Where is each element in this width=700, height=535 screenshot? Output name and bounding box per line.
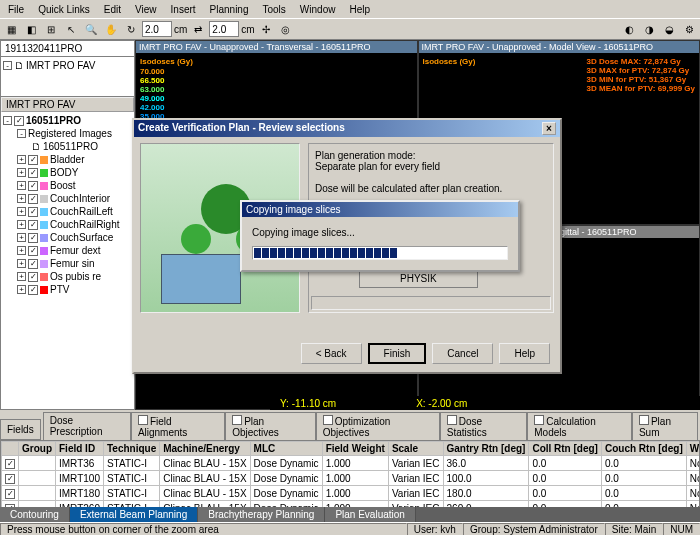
expand-icon[interactable]: - bbox=[17, 129, 26, 138]
structure-node[interactable]: PTV bbox=[50, 284, 69, 295]
menu-tools[interactable]: Tools bbox=[256, 2, 291, 17]
tool-a-icon[interactable]: ◐ bbox=[620, 20, 638, 38]
col-header[interactable]: Scale bbox=[388, 442, 443, 456]
table-row[interactable]: ✓IMRT180STATIC-IClinac BLAU - 15XDose Dy… bbox=[2, 486, 701, 501]
visibility-checkbox[interactable]: ✓ bbox=[28, 194, 38, 204]
structure-node[interactable]: CouchRailLeft bbox=[50, 206, 113, 217]
tool-c-icon[interactable]: ◒ bbox=[660, 20, 678, 38]
zoom-icon[interactable]: 🔍 bbox=[82, 20, 100, 38]
workspace-tab[interactable]: Brachytherapy Planning bbox=[198, 507, 325, 522]
expand-icon[interactable]: - bbox=[3, 116, 12, 125]
table-row[interactable]: ✓IMRT36STATIC-IClinac BLAU - 15XDose Dyn… bbox=[2, 456, 701, 471]
col-header[interactable]: MLC bbox=[250, 442, 322, 456]
col-header[interactable]: Field Weight bbox=[322, 442, 388, 456]
tool-icon-2[interactable]: ◧ bbox=[22, 20, 40, 38]
visibility-checkbox[interactable]: ✓ bbox=[28, 285, 38, 295]
image-node[interactable]: 160511PRO bbox=[43, 141, 98, 152]
fields-tab[interactable]: Dose Prescription bbox=[43, 412, 131, 440]
fields-tab[interactable]: Plan Sum bbox=[632, 412, 698, 440]
plan-node[interactable]: IMRT PRO FAV bbox=[26, 60, 95, 71]
back-button[interactable]: < Back bbox=[301, 343, 362, 364]
structure-node[interactable]: BODY bbox=[50, 167, 78, 178]
visibility-checkbox[interactable]: ✓ bbox=[28, 233, 38, 243]
workspace-tab[interactable]: Contouring bbox=[0, 507, 70, 522]
row-checkbox[interactable]: ✓ bbox=[5, 474, 15, 484]
crosshair-icon[interactable]: ✢ bbox=[257, 20, 275, 38]
menu-planning[interactable]: Planning bbox=[204, 2, 255, 17]
visibility-checkbox[interactable]: ✓ bbox=[28, 246, 38, 256]
visibility-checkbox[interactable]: ✓ bbox=[28, 207, 38, 217]
table-row[interactable]: ✓IMRT100STATIC-IClinac BLAU - 15XDose Dy… bbox=[2, 471, 701, 486]
expand-icon[interactable]: + bbox=[17, 246, 26, 255]
visibility-checkbox[interactable]: ✓ bbox=[28, 220, 38, 230]
expand-icon[interactable]: + bbox=[17, 181, 26, 190]
registered-images-node[interactable]: Registered Images bbox=[28, 128, 112, 139]
workspace-tab[interactable]: Plan Evaluation bbox=[325, 507, 416, 522]
menu-window[interactable]: Window bbox=[294, 2, 342, 17]
h-scrollbar[interactable] bbox=[311, 296, 551, 310]
expand-icon[interactable]: + bbox=[17, 285, 26, 294]
col-header[interactable]: Coll Rtn [deg] bbox=[529, 442, 602, 456]
visibility-checkbox[interactable]: ✓ bbox=[28, 155, 38, 165]
pointer-icon[interactable]: ↖ bbox=[62, 20, 80, 38]
tool-icon-3[interactable]: ⊞ bbox=[42, 20, 60, 38]
visibility-checkbox[interactable]: ✓ bbox=[28, 259, 38, 269]
structure-node[interactable]: Femur dext bbox=[50, 245, 101, 256]
fields-tab[interactable]: Calculation Models bbox=[527, 412, 632, 440]
fields-tab[interactable]: Optimization Objectives bbox=[316, 412, 440, 440]
expand-icon[interactable]: + bbox=[17, 259, 26, 268]
menu-insert[interactable]: Insert bbox=[165, 2, 202, 17]
spacing-x-input[interactable] bbox=[142, 21, 172, 37]
col-header[interactable]: Group bbox=[19, 442, 56, 456]
tool-icon-1[interactable]: ▦ bbox=[2, 20, 20, 38]
spacing-y-input[interactable] bbox=[209, 21, 239, 37]
expand-icon[interactable]: + bbox=[17, 272, 26, 281]
visibility-checkbox[interactable]: ✓ bbox=[28, 168, 38, 178]
col-header[interactable]: Couch Rtn [deg] bbox=[601, 442, 686, 456]
visibility-checkbox[interactable]: ✓ bbox=[28, 272, 38, 282]
gear-icon[interactable]: ⚙ bbox=[680, 20, 698, 38]
fields-tab[interactable]: Field Alignments bbox=[131, 412, 225, 440]
col-header[interactable]: Machine/Energy bbox=[160, 442, 250, 456]
menu-edit[interactable]: Edit bbox=[98, 2, 127, 17]
structure-node[interactable]: CouchRailRight bbox=[50, 219, 119, 230]
row-checkbox[interactable]: ✓ bbox=[5, 459, 15, 469]
structure-tree[interactable]: -✓160511PRO -Registered Images 🗋160511PR… bbox=[1, 112, 134, 409]
pan-icon[interactable]: ✋ bbox=[102, 20, 120, 38]
upper-tree[interactable]: -🗋IMRT PRO FAV bbox=[1, 57, 134, 97]
menu-view[interactable]: View bbox=[129, 2, 163, 17]
workspace-tab[interactable]: External Beam Planning bbox=[70, 507, 198, 522]
expand-icon[interactable]: + bbox=[17, 194, 26, 203]
help-button[interactable]: Help bbox=[499, 343, 550, 364]
menu-file[interactable]: File bbox=[2, 2, 30, 17]
expand-icon[interactable]: + bbox=[17, 233, 26, 242]
visibility-checkbox[interactable]: ✓ bbox=[14, 116, 24, 126]
expand-icon[interactable]: + bbox=[17, 207, 26, 216]
patient-tab[interactable]: 1911320411PRO bbox=[1, 41, 134, 57]
structure-node[interactable]: Femur sin bbox=[50, 258, 94, 269]
patient-node[interactable]: 160511PRO bbox=[26, 115, 81, 126]
menu-help[interactable]: Help bbox=[343, 2, 376, 17]
cancel-button[interactable]: Cancel bbox=[432, 343, 493, 364]
structure-node[interactable]: Boost bbox=[50, 180, 76, 191]
expand-icon[interactable]: + bbox=[17, 220, 26, 229]
menu-quick-links[interactable]: Quick Links bbox=[32, 2, 96, 17]
rotate-icon[interactable]: ↻ bbox=[122, 20, 140, 38]
col-header[interactable]: Wedge bbox=[686, 442, 700, 456]
structure-node[interactable]: CouchSurface bbox=[50, 232, 113, 243]
structure-node[interactable]: Bladder bbox=[50, 154, 84, 165]
finish-button[interactable]: Finish bbox=[368, 343, 427, 364]
row-checkbox[interactable]: ✓ bbox=[5, 489, 15, 499]
target-icon[interactable]: ◎ bbox=[277, 20, 295, 38]
structure-node[interactable]: CouchInterior bbox=[50, 193, 110, 204]
expand-icon[interactable]: + bbox=[17, 155, 26, 164]
col-header[interactable]: Field ID bbox=[56, 442, 104, 456]
link-icon[interactable]: ⇄ bbox=[189, 20, 207, 38]
structure-node[interactable]: Os pubis re bbox=[50, 271, 101, 282]
col-header[interactable]: Technique bbox=[103, 442, 159, 456]
col-header[interactable]: Gantry Rtn [deg] bbox=[443, 442, 529, 456]
fields-grid[interactable]: GroupField IDTechniqueMachine/EnergyMLCF… bbox=[0, 440, 700, 512]
fields-tab[interactable]: Dose Statistics bbox=[440, 412, 527, 440]
tool-b-icon[interactable]: ◑ bbox=[640, 20, 658, 38]
close-icon[interactable]: × bbox=[542, 122, 556, 135]
